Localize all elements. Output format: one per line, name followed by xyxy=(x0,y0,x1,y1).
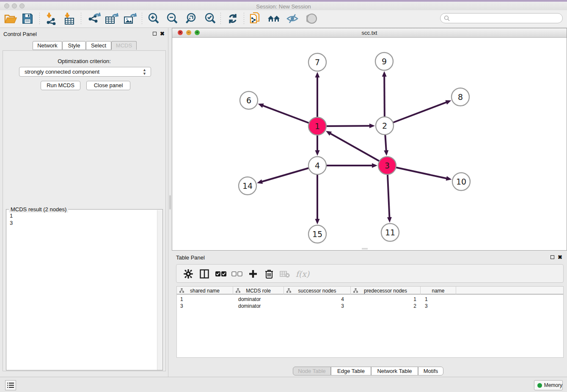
memory-label: Memory xyxy=(544,382,562,388)
task-list-button[interactable] xyxy=(5,380,16,390)
column-type-icon xyxy=(286,288,291,293)
add-column-icon[interactable] xyxy=(246,267,260,281)
vertical-splitter[interactable] xyxy=(168,28,172,377)
table-panel-title: Table Panel xyxy=(176,254,205,261)
graph-node-label: 14 xyxy=(242,181,253,190)
table-close-icon[interactable]: ✖ xyxy=(558,255,562,259)
function-icon: f(x) xyxy=(294,267,311,281)
export-table-icon[interactable] xyxy=(105,11,119,26)
graph-edge[interactable] xyxy=(330,133,387,166)
graph-edge-arrow xyxy=(258,104,264,108)
graph-node-label: 15 xyxy=(312,229,322,239)
column-type-icon xyxy=(236,288,240,293)
search-input[interactable] xyxy=(450,14,562,22)
memory-button[interactable]: Memory xyxy=(534,380,563,390)
network-graph[interactable]: 1234678910111415 xyxy=(172,38,567,250)
graph-edge-arrow xyxy=(315,72,320,77)
node-table: shared name MCDS role successor nodes pr… xyxy=(176,286,564,358)
graph-edge-arrow xyxy=(382,71,387,77)
window-title: Session: New Session xyxy=(0,3,567,10)
result-scrollbar[interactable] xyxy=(157,210,162,370)
tab-edge-table[interactable]: Edge Table xyxy=(331,367,371,375)
column-type-icon xyxy=(179,288,184,293)
main-toolbar xyxy=(0,10,567,28)
trash-icon[interactable] xyxy=(262,267,276,281)
run-mcds-button[interactable]: Run MCDS xyxy=(41,81,80,90)
mcds-result-legend: MCDS result (2 nodes) xyxy=(9,206,68,213)
tab-motifs[interactable]: Motifs xyxy=(418,367,443,375)
graph-edge-arrow xyxy=(387,217,392,223)
mcds-panel: Optimization criterion: strongly connect… xyxy=(3,50,166,371)
zoom-in-icon[interactable] xyxy=(146,11,161,26)
tab-network[interactable]: Network xyxy=(33,41,62,50)
network-title: scc.txt xyxy=(172,30,567,36)
table-float-icon[interactable] xyxy=(550,255,554,259)
tab-style[interactable]: Style xyxy=(62,41,86,50)
graph-edge-arrow xyxy=(445,100,451,105)
zoom-out-icon[interactable] xyxy=(165,11,179,26)
table-panel: Table Panel ✖ f(x) s xyxy=(172,252,567,377)
graph-node-label: 1 xyxy=(315,121,320,131)
column-header[interactable]: shared name xyxy=(177,287,233,295)
sphere-icon xyxy=(305,11,319,26)
export-image-icon[interactable] xyxy=(123,11,138,26)
result-line: 1 xyxy=(10,212,157,219)
graph-node-label: 10 xyxy=(456,177,466,186)
result-line: 3 xyxy=(10,219,157,226)
toolbar-separator xyxy=(244,13,244,25)
network-titlebar[interactable]: ✕ − + scc.txt xyxy=(172,28,567,38)
optimization-criterion-select[interactable]: strongly connected component ▲▼ xyxy=(19,67,151,77)
select-all-icon[interactable] xyxy=(214,267,228,281)
control-panel-title: Control Panel xyxy=(3,31,37,37)
open-session-icon[interactable] xyxy=(3,11,18,26)
mcds-result-group: MCDS result (2 nodes) 1 3 xyxy=(6,209,163,370)
toolbar-separator xyxy=(39,13,40,25)
close-panel-button[interactable]: Close panel xyxy=(86,81,130,90)
graph-edge[interactable] xyxy=(385,102,447,126)
select-value: strongly connected component xyxy=(25,69,99,75)
network-resize-handle[interactable] xyxy=(362,248,368,249)
tab-network-table[interactable]: Network Table xyxy=(371,367,418,375)
table-row[interactable]: 3 dominator 3 2 3 xyxy=(177,303,563,309)
tab-node-table[interactable]: Node Table xyxy=(293,367,331,375)
splitter-handle[interactable] xyxy=(169,195,171,210)
column-header[interactable]: MCDS role xyxy=(233,287,284,295)
control-panel: Control Panel ✖ Network Style Select MCD… xyxy=(0,28,168,377)
table-toolbar: f(x) xyxy=(176,264,564,283)
toolbar-separator xyxy=(220,13,221,25)
toolbar-separator xyxy=(142,13,142,25)
save-session-icon[interactable] xyxy=(20,11,35,26)
hide-eye-icon[interactable] xyxy=(285,11,300,26)
clone-network-icon[interactable] xyxy=(248,11,262,26)
export-network-icon[interactable] xyxy=(87,11,102,26)
table-row[interactable]: 1 dominator 4 1 1 xyxy=(177,296,563,303)
tab-select[interactable]: Select xyxy=(86,41,111,50)
list-icon xyxy=(7,382,14,388)
gear-icon[interactable] xyxy=(182,267,195,281)
columns-icon[interactable] xyxy=(198,267,211,281)
delete-table-icon xyxy=(278,267,292,281)
float-panel-icon[interactable] xyxy=(153,32,157,36)
close-panel-icon[interactable]: ✖ xyxy=(160,31,165,36)
column-header[interactable]: successor nodes xyxy=(284,287,351,295)
zoom-selected-icon[interactable] xyxy=(203,11,217,26)
graphspace-homes-icon[interactable] xyxy=(267,11,281,26)
column-type-icon xyxy=(353,288,358,293)
import-table-icon[interactable] xyxy=(62,11,77,26)
column-header[interactable]: name xyxy=(421,287,456,295)
select-stepper-icon: ▲▼ xyxy=(143,68,146,76)
graph-node-label: 4 xyxy=(315,161,320,170)
graph-edge-arrow xyxy=(315,150,320,156)
graph-edge-arrow xyxy=(369,124,375,128)
graph-edge-arrow xyxy=(257,179,263,184)
mcds-result-text[interactable]: 1 3 xyxy=(7,212,157,226)
graph-node-label: 2 xyxy=(382,121,387,130)
tab-mcds[interactable]: MCDS xyxy=(111,41,137,50)
zoom-fit-icon[interactable] xyxy=(184,11,198,26)
column-header[interactable]: predecessor nodes xyxy=(351,287,421,295)
import-network-icon[interactable] xyxy=(44,11,58,26)
search-box[interactable] xyxy=(440,13,563,23)
deselect-all-icon[interactable] xyxy=(230,267,244,281)
status-bar: Memory xyxy=(0,377,567,392)
refresh-icon[interactable] xyxy=(226,11,240,26)
